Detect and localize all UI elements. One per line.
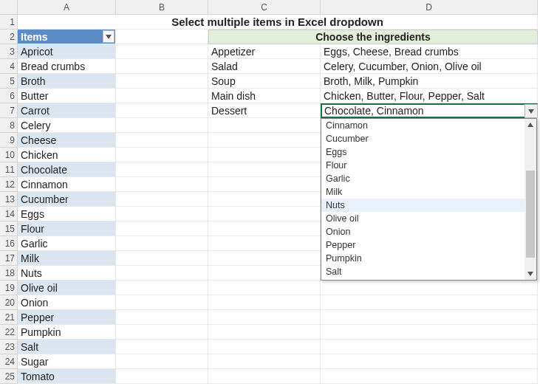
dish-name-cell[interactable]: Main dish (208, 89, 321, 103)
row-header[interactable]: 6 (0, 89, 18, 103)
col-header-B[interactable]: B (116, 0, 208, 15)
dish-name-cell[interactable] (208, 325, 321, 340)
row-header[interactable]: 15 (0, 221, 18, 236)
dish-name-cell[interactable]: Soup (208, 74, 321, 89)
cell[interactable] (116, 354, 208, 369)
dish-name-cell[interactable] (208, 118, 321, 133)
cell[interactable] (116, 162, 208, 177)
row-header[interactable]: 23 (0, 340, 18, 354)
item-cell[interactable]: Chocolate (18, 162, 116, 177)
dish-name-cell[interactable] (208, 221, 321, 236)
dish-name-cell[interactable] (208, 369, 321, 384)
dropdown-option[interactable]: Pumpkin (321, 252, 536, 265)
row-header[interactable]: 2 (0, 30, 18, 44)
ingredients-cell[interactable] (321, 340, 538, 354)
cell[interactable] (116, 251, 208, 266)
dropdown-option[interactable]: Olive oil (321, 212, 536, 225)
item-cell[interactable]: Olive oil (18, 281, 116, 295)
dropdown-option[interactable]: Eggs (321, 145, 536, 159)
item-cell[interactable]: Tomato (18, 369, 116, 384)
item-cell[interactable]: Apricot (18, 44, 116, 59)
item-cell[interactable]: Carrot (18, 103, 116, 118)
dish-name-cell[interactable] (208, 177, 321, 192)
ingredients-cell[interactable] (321, 281, 538, 295)
item-cell[interactable]: Flour (18, 221, 116, 236)
item-cell[interactable]: Sugar (18, 354, 116, 369)
dish-name-cell[interactable] (208, 354, 321, 369)
item-cell[interactable]: Cheese (18, 133, 116, 148)
item-cell[interactable]: Salt (18, 340, 116, 354)
cell[interactable] (116, 59, 208, 74)
scroll-thumb[interactable] (526, 171, 535, 258)
row-header[interactable]: 3 (0, 44, 18, 59)
cell[interactable] (116, 177, 208, 192)
row-header[interactable]: 8 (0, 118, 18, 133)
row-header[interactable]: 20 (0, 295, 18, 310)
scroll-up-arrow[interactable] (524, 119, 536, 131)
dish-name-cell[interactable] (208, 162, 321, 177)
row-header[interactable]: 18 (0, 266, 18, 281)
item-cell[interactable]: Nuts (18, 266, 116, 281)
dropdown-option[interactable]: Garlic (321, 172, 536, 185)
item-cell[interactable]: Onion (18, 295, 116, 310)
scroll-down-arrow[interactable] (524, 268, 536, 280)
dish-name-cell[interactable] (208, 133, 321, 148)
item-cell[interactable]: Pepper (18, 310, 116, 325)
dish-name-cell[interactable]: Salad (208, 59, 321, 74)
cell[interactable] (116, 295, 208, 310)
cell[interactable] (116, 44, 208, 59)
row-header[interactable]: 21 (0, 310, 18, 325)
item-cell[interactable]: Garlic (18, 236, 116, 251)
cell[interactable] (116, 89, 208, 103)
cell[interactable] (116, 369, 208, 384)
cell[interactable] (116, 310, 208, 325)
dropdown-list[interactable]: CinnamonCucumberEggsFlourGarlicMilkNutsO… (321, 118, 537, 281)
row-header[interactable]: 9 (0, 133, 18, 148)
title-cell[interactable]: Select multiple items in Excel dropdown (18, 15, 538, 30)
select-all-corner[interactable] (0, 0, 18, 15)
cell[interactable] (116, 221, 208, 236)
row-header[interactable]: 12 (0, 177, 18, 192)
row-header[interactable]: 25 (0, 369, 18, 384)
row-header[interactable]: 17 (0, 251, 18, 266)
items-header-cell[interactable]: Items (18, 30, 116, 44)
item-cell[interactable]: Celery (18, 118, 116, 133)
dropdown-option[interactable]: Onion (321, 225, 536, 238)
cell[interactable] (116, 148, 208, 162)
col-header-A[interactable]: A (18, 0, 116, 15)
row-header[interactable]: 11 (0, 162, 18, 177)
row-header[interactable]: 1 (0, 15, 18, 30)
dish-name-cell[interactable] (208, 251, 321, 266)
ingredients-cell[interactable] (321, 369, 538, 384)
dropdown-option[interactable]: Flour (321, 159, 536, 172)
ingredients-cell[interactable]: Celery, Cucumber, Onion, Olive oil (321, 59, 538, 74)
row-header[interactable]: 5 (0, 74, 18, 89)
dropdown-toggle-button[interactable] (524, 104, 538, 118)
item-cell[interactable]: Chicken (18, 148, 116, 162)
item-cell[interactable]: Bread crumbs (18, 59, 116, 74)
row-header[interactable]: 19 (0, 281, 18, 295)
cell[interactable] (116, 74, 208, 89)
dish-name-cell[interactable] (208, 340, 321, 354)
cell[interactable] (116, 340, 208, 354)
cell[interactable] (116, 118, 208, 133)
dish-name-cell[interactable]: Appetizer (208, 44, 321, 59)
row-header[interactable]: 7 (0, 103, 18, 118)
item-cell[interactable]: Cucumber (18, 192, 116, 207)
filter-button[interactable] (103, 30, 115, 43)
col-header-C[interactable]: C (208, 0, 321, 15)
ingredients-cell[interactable]: Chicken, Butter, Flour, Pepper, Salt (321, 89, 538, 103)
item-cell[interactable]: Butter (18, 89, 116, 103)
dropdown-option[interactable]: Cinnamon (321, 119, 536, 132)
row-header[interactable]: 10 (0, 148, 18, 162)
dish-name-cell[interactable] (208, 266, 321, 281)
dropdown-option[interactable]: Pepper (321, 238, 536, 252)
active-cell[interactable]: Chocolate, Cinnamon (321, 103, 538, 118)
choose-header-cell[interactable]: Choose the ingredients (208, 30, 538, 44)
cell[interactable] (116, 281, 208, 295)
ingredients-cell[interactable] (321, 325, 538, 340)
dish-name-cell[interactable]: Dessert (208, 103, 321, 118)
item-cell[interactable]: Broth (18, 74, 116, 89)
item-cell[interactable]: Cinnamon (18, 177, 116, 192)
ingredients-cell[interactable]: Broth, Milk, Pumpkin (321, 74, 538, 89)
